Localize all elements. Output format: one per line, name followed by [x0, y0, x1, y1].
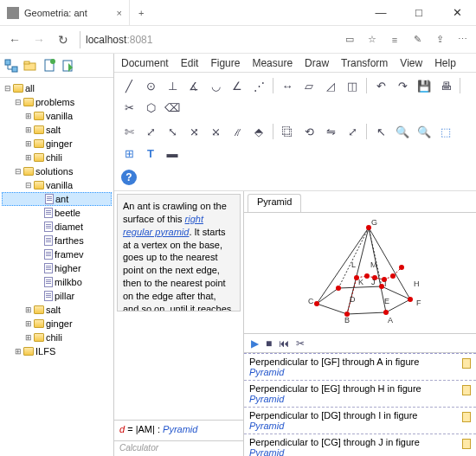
step-row[interactable]: Perpendicular to [DG] through I in figur… [244, 408, 476, 434]
twisty-icon[interactable]: ⊞ [14, 347, 22, 356]
save-icon[interactable]: 💾 [415, 76, 434, 95]
twisty-icon[interactable]: ⊟ [3, 84, 11, 93]
reading-view-icon[interactable]: ▭ [343, 34, 357, 45]
tree-node-diamet[interactable]: diamet [2, 220, 112, 234]
cut-angle-icon[interactable]: ⤡ [163, 122, 182, 141]
rewind-button[interactable]: ⏮ [279, 337, 289, 350]
tree-node-all[interactable]: ⊟all [2, 81, 112, 95]
step-row[interactable]: Perpendicular to [GF] through A in figur… [244, 354, 476, 381]
tree-node-milkbo[interactable]: milkbo [2, 275, 112, 289]
zoom-in-icon[interactable]: 🔍 [393, 122, 412, 141]
text-tool-icon[interactable]: T [141, 144, 160, 163]
redo-icon[interactable]: ↷ [393, 76, 412, 95]
cut-plane-icon[interactable]: ⫽ [228, 122, 247, 141]
scissors-icon[interactable]: ✄ [119, 122, 138, 141]
tree-node-pillar[interactable]: pillar [2, 289, 112, 303]
menu-draw[interactable]: Draw [305, 57, 329, 69]
tree-node-vanilla[interactable]: ⊟vanilla [2, 178, 112, 192]
import-icon[interactable] [61, 58, 76, 74]
twisty-icon[interactable]: ⊟ [14, 98, 22, 106]
twisty-icon[interactable]: ⊟ [14, 167, 22, 176]
view-wireframe-icon[interactable]: ⊞ [119, 144, 138, 163]
cut-tool-icon[interactable]: ✂ [119, 98, 138, 117]
area-tool-icon[interactable]: ▱ [299, 76, 318, 95]
help-button[interactable]: ? [119, 168, 138, 187]
twisty-icon[interactable]: ⊞ [24, 125, 32, 134]
rotate-icon[interactable]: ⟲ [299, 122, 318, 141]
window-maximize-button[interactable]: □ [400, 0, 438, 26]
calculator-field[interactable]: Calculator [114, 440, 243, 456]
tree-node-beetle[interactable]: beetle [2, 206, 112, 220]
tree-node-framev[interactable]: framev [2, 247, 112, 261]
forward-button[interactable]: → [31, 33, 47, 47]
copy-icon[interactable]: ⿻ [278, 122, 297, 141]
tree-node-ginger[interactable]: ⊞ginger [2, 137, 112, 151]
cut-step-icon[interactable]: ✂ [296, 337, 305, 350]
new-folder-icon[interactable] [23, 58, 38, 74]
length-tool-icon[interactable]: ↔ [278, 76, 297, 95]
twisty-icon[interactable]: ⊞ [24, 112, 32, 120]
volume-tool-icon[interactable]: ◫ [343, 76, 362, 95]
tree-node-ILFS[interactable]: ⊞ILFS [2, 344, 112, 358]
angle-tool-icon[interactable]: ◿ [321, 76, 340, 95]
midpoint-tool-icon[interactable]: ◡ [206, 76, 225, 95]
tree-node-solutions[interactable]: ⊟solutions [2, 164, 112, 178]
share-icon[interactable]: ⇪ [433, 34, 447, 45]
menu-view[interactable]: View [400, 57, 422, 69]
twisty-icon[interactable]: ⊞ [24, 319, 32, 328]
window-minimize-button[interactable]: — [362, 0, 400, 26]
segment-tool-icon[interactable]: ╱ [119, 76, 138, 95]
erase-tool-icon[interactable]: ⌫ [163, 98, 182, 117]
menu-transform[interactable]: Transform [341, 57, 388, 69]
menu-help[interactable]: Help [434, 57, 456, 69]
new-file-icon[interactable] [42, 58, 57, 74]
favorite-icon[interactable]: ☆ [365, 34, 379, 45]
figure-canvas[interactable]: GCBAFHEDLMKJI [244, 213, 476, 334]
twisty-icon[interactable]: ⊞ [24, 139, 32, 148]
menu-document[interactable]: Document [121, 57, 169, 69]
twisty-icon[interactable]: ⊞ [24, 333, 32, 342]
notes-icon[interactable]: ✎ [410, 34, 424, 45]
tree-node-ginger[interactable]: ⊞ginger [2, 317, 112, 331]
window-close-button[interactable]: ✕ [438, 0, 476, 26]
refresh-button[interactable]: ↻ [55, 33, 71, 47]
menu-figure[interactable]: Figure [210, 57, 240, 69]
back-button[interactable]: ← [7, 33, 23, 47]
print-icon[interactable]: 🖶 [436, 76, 455, 95]
steps-list[interactable]: Perpendicular to [GF] through A in figur… [244, 353, 476, 456]
tab-close-icon[interactable]: × [117, 8, 122, 18]
undo-icon[interactable]: ↶ [371, 76, 390, 95]
tree-node-higher[interactable]: higher [2, 261, 112, 275]
intersect-tool-icon[interactable]: ∡ [184, 76, 203, 95]
join-tool-icon[interactable]: ⬡ [141, 98, 160, 117]
browser-tab[interactable]: Geometria: ant × [0, 0, 130, 25]
new-tab-button[interactable]: + [130, 8, 152, 18]
divide-tool-icon[interactable]: ⋰ [249, 76, 268, 95]
tree-node-vanilla[interactable]: ⊞vanilla [2, 109, 112, 123]
file-tree[interactable]: ⊟all⊟problems⊞vanilla⊞salt⊞ginger⊞chili⊟… [0, 78, 113, 456]
point-tool-icon[interactable]: ⊙ [141, 76, 160, 95]
more-icon[interactable]: ⋯ [455, 34, 469, 45]
zoom-out-icon[interactable]: 🔍 [415, 122, 434, 141]
step-row[interactable]: Perpendicular to [EG] through H in figur… [244, 381, 476, 408]
perpendicular-tool-icon[interactable]: ⊥ [163, 76, 182, 95]
hub-icon[interactable]: ≡ [388, 35, 402, 45]
play-button[interactable]: ▶ [251, 337, 259, 350]
tree-node-ant[interactable]: ant [2, 192, 112, 206]
scale-icon[interactable]: ⤢ [343, 122, 362, 141]
tree-node-chili[interactable]: ⊞chili [2, 331, 112, 344]
twisty-icon[interactable]: ⊞ [24, 153, 32, 162]
twisty-icon[interactable]: ⊞ [24, 305, 32, 314]
tree-node-chili[interactable]: ⊞chili [2, 151, 112, 164]
cut-solid-icon[interactable]: ⬘ [249, 122, 268, 141]
cut-v-icon[interactable]: ⤨ [184, 122, 203, 141]
tree-node-problems[interactable]: ⊟problems [2, 95, 112, 109]
bisector-tool-icon[interactable]: ∠ [228, 76, 247, 95]
tree-node-farthes[interactable]: farthes [2, 234, 112, 247]
view-cube-icon[interactable]: ⬚ [436, 122, 455, 141]
stop-button[interactable]: ■ [266, 337, 272, 350]
step-row[interactable]: Perpendicular to [CG] through J in figur… [244, 434, 476, 456]
twisty-icon[interactable]: ⊟ [24, 181, 32, 189]
tree-node-salt[interactable]: ⊞salt [2, 303, 112, 317]
menu-measure[interactable]: Measure [252, 57, 293, 69]
